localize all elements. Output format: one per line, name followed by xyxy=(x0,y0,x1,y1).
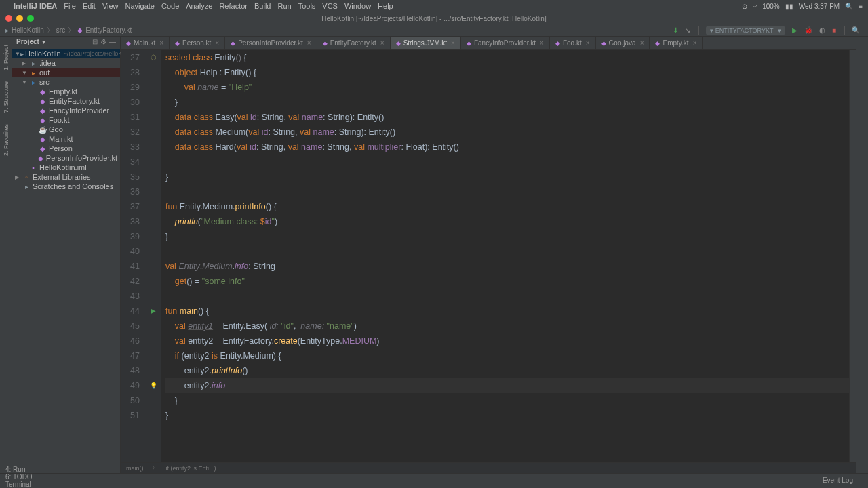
bottom-tool-6-todo[interactable]: 6: TODO xyxy=(5,473,44,481)
breadcrumb-file[interactable]: EntityFactory.kt xyxy=(85,26,132,34)
tab-entityfactory-kt[interactable]: ◆EntityFactory.kt× xyxy=(317,37,391,49)
bottom-tool-terminal[interactable]: Terminal xyxy=(5,481,44,488)
left-tool-gutter: 1: Project 7: Structure 2: Favorites xyxy=(0,37,12,473)
tree-item-scratches-and-consoles[interactable]: ▸Scratches and Consoles xyxy=(12,182,120,191)
close-window[interactable] xyxy=(5,15,12,22)
tab-personinfoprovider-kt[interactable]: ◆PersonInfoProvider.kt× xyxy=(225,37,317,49)
close-tab-icon[interactable]: × xyxy=(640,39,644,47)
event-log-button[interactable]: Event Log xyxy=(823,476,853,484)
tree-item-fancyinfoprovider[interactable]: ◆FancyInfoProvider xyxy=(12,106,120,115)
clock: Wed 3:37 PM xyxy=(799,3,840,10)
battery-icon: ▮▮ xyxy=(785,3,793,10)
project-tree[interactable]: ▼▸HelloKotlin~/IdeaProjects/HelloKotlin▶… xyxy=(12,47,120,192)
close-tab-icon[interactable]: × xyxy=(380,39,384,47)
menu-analyze[interactable]: Analyze xyxy=(186,2,212,10)
run-gutter-icon[interactable]: ▶ xyxy=(146,304,161,319)
app-name: IntelliJ IDEA xyxy=(14,2,57,10)
tab-fancyinfoprovider-kt[interactable]: ◆FancyInfoProvider.kt× xyxy=(461,37,550,49)
window-title: HelloKotlin [~/IdeaProjects/HelloKotlin]… xyxy=(321,15,546,22)
bottom-tool-bar: 4: Run6: TODOTerminal0: Messages Event L… xyxy=(0,473,868,487)
stop-button[interactable]: ■ xyxy=(832,26,836,34)
tree-item-out[interactable]: ▼▸out xyxy=(12,68,120,77)
tree-item-entityfactory-kt[interactable]: ◆EntityFactory.kt xyxy=(12,96,120,106)
tree-item-goo[interactable]: ☕Goo xyxy=(12,125,120,134)
tab-main-kt[interactable]: ◆Main.kt× xyxy=(121,37,170,49)
breadcrumb-project[interactable]: HelloKotlin xyxy=(12,26,44,34)
close-tab-icon[interactable]: × xyxy=(451,39,455,47)
collapse-icon[interactable]: ⊟ xyxy=(92,38,98,45)
bottom-tool-4-run[interactable]: 4: Run xyxy=(5,466,44,473)
gutter-icons: ⬡▶💡 xyxy=(146,50,161,462)
tree-item--idea[interactable]: ▶▸.idea xyxy=(12,58,120,68)
tab-goo-java[interactable]: ◆Goo.java× xyxy=(596,37,650,49)
intention-bulb-icon[interactable]: 💡 xyxy=(146,378,161,393)
close-tab-icon[interactable]: × xyxy=(215,39,219,47)
sidebar-header: Project ▾ ⊟ ⚙ — xyxy=(12,37,120,47)
menu-window[interactable]: Window xyxy=(344,2,371,10)
tab-person-kt[interactable]: ◆Person.kt× xyxy=(170,37,225,49)
debug-button[interactable]: 🐞 xyxy=(804,26,812,34)
tree-item-personinfoprovider-kt[interactable]: ◆PersonInfoProvider.kt xyxy=(12,153,120,163)
menu-vcs[interactable]: VCS xyxy=(322,2,338,10)
tree-item-src[interactable]: ▼▸src xyxy=(12,77,120,87)
close-tab-icon[interactable]: × xyxy=(540,39,544,47)
line-number-gutter[interactable]: 2728293031323334353637383940414243444546… xyxy=(121,50,146,462)
tree-item-hellokotlin[interactable]: ▼▸HelloKotlin~/IdeaProjects/HelloKotlin xyxy=(12,49,120,58)
tree-item-hellokotlin-iml[interactable]: ▪HelloKotlin.iml xyxy=(12,163,120,172)
hammer-icon[interactable]: ↘ xyxy=(685,26,690,34)
sidebar-title: Project xyxy=(16,38,39,45)
code-editor[interactable]: sealed class Entity() { object Help : En… xyxy=(161,50,849,462)
menu-edit[interactable]: Edit xyxy=(83,2,96,10)
build-icon[interactable]: ⬇ xyxy=(673,26,678,34)
coverage-icon[interactable]: ◐ xyxy=(819,26,825,34)
menu-file[interactable]: File xyxy=(64,2,76,10)
breadcrumb-folder[interactable]: src xyxy=(56,26,65,34)
tree-item-external-libraries[interactable]: ▶▫External Libraries xyxy=(12,172,120,182)
run-config-dropdown[interactable]: ▾ ENTITYFACTORYKT ▾ xyxy=(706,26,785,35)
override-icon: ⬡ xyxy=(146,50,161,65)
favorites-tool-button[interactable]: 2: Favorites xyxy=(3,124,9,156)
tab-foo-kt[interactable]: ◆Foo.kt× xyxy=(550,37,596,49)
window-titlebar: HelloKotlin [~/IdeaProjects/HelloKotlin]… xyxy=(0,12,868,24)
close-tab-icon[interactable]: × xyxy=(159,39,163,47)
kotlin-file-icon: ◆ xyxy=(77,26,83,34)
tree-item-main-kt[interactable]: ◆Main.kt xyxy=(12,134,120,144)
breadcrumb-bar: ▸ HelloKotlin 〉 src 〉 ◆ EntityFactory.kt… xyxy=(0,24,868,37)
right-tool-gutter xyxy=(856,37,868,473)
project-sidebar: Project ▾ ⊟ ⚙ — ▼▸HelloKotlin~/IdeaProje… xyxy=(12,37,121,473)
menu-view[interactable]: View xyxy=(102,2,119,10)
editor-tabs: ◆Main.kt×◆Person.kt×◆PersonInfoProvider.… xyxy=(121,37,856,50)
error-stripe[interactable] xyxy=(849,50,856,462)
tab-empty-kt[interactable]: ◆Empty.kt× xyxy=(650,37,703,49)
menu-refactor[interactable]: Refactor xyxy=(219,2,248,10)
code-breadcrumb[interactable]: main() 〉 if (entity2 is Enti...) xyxy=(121,462,856,473)
menu-tools[interactable]: Tools xyxy=(298,2,316,10)
menu-help[interactable]: Help xyxy=(378,2,393,10)
close-tab-icon[interactable]: × xyxy=(307,39,311,47)
wifi-icon[interactable]: ⊙ xyxy=(742,3,747,10)
battery-pct: 100% xyxy=(762,3,780,10)
minimize-window[interactable] xyxy=(16,15,23,22)
hide-icon[interactable]: — xyxy=(109,38,116,45)
close-tab-icon[interactable]: × xyxy=(586,39,590,47)
close-tab-icon[interactable]: × xyxy=(693,39,697,47)
structure-tool-button[interactable]: 7: Structure xyxy=(3,81,9,113)
menu-icon[interactable]: ≡ xyxy=(859,3,863,10)
search-icon[interactable]: 🔍 xyxy=(845,3,853,10)
menu-build[interactable]: Build xyxy=(254,2,271,10)
bluetooth-icon[interactable]: ⌔ xyxy=(753,3,757,10)
tree-item-empty-kt[interactable]: ◆Empty.kt xyxy=(12,87,120,96)
menu-code[interactable]: Code xyxy=(161,2,179,10)
settings-icon[interactable]: ⚙ xyxy=(100,38,106,45)
maximize-window[interactable] xyxy=(27,15,34,22)
tab-strings-jvm-kt[interactable]: ◆Strings.JVM.kt× xyxy=(391,37,461,49)
run-button[interactable]: ▶ xyxy=(792,26,797,34)
project-tool-button[interactable]: 1: Project xyxy=(3,45,9,70)
tree-item-person[interactable]: ◆Person xyxy=(12,144,120,153)
menu-navigate[interactable]: Navigate xyxy=(125,2,155,10)
project-icon: ▸ xyxy=(5,26,9,34)
menu-run[interactable]: Run xyxy=(277,2,291,10)
tree-item-foo-kt[interactable]: ◆Foo.kt xyxy=(12,115,120,125)
macos-menubar: IntelliJ IDEA FileEditViewNavigateCodeAn… xyxy=(0,0,868,12)
search-everywhere-icon[interactable]: 🔍 xyxy=(852,26,860,34)
